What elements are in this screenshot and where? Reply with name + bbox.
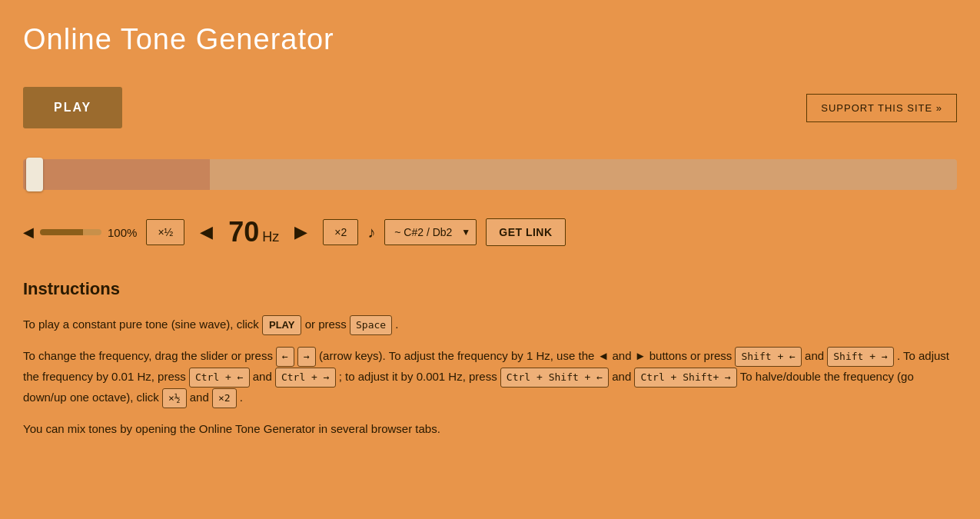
double-frequency-button[interactable]: ×2 bbox=[323, 219, 358, 245]
frequency-unit: Hz bbox=[262, 229, 279, 245]
frequency-slider[interactable] bbox=[23, 159, 957, 190]
instructions-para2: To change the frequency, drag the slider… bbox=[23, 346, 957, 408]
speaker-icon: ◀ bbox=[23, 224, 34, 241]
frequency-display: 70 Hz bbox=[228, 216, 279, 248]
double-inline: ×2 bbox=[212, 388, 237, 408]
volume-percent: 100% bbox=[108, 226, 137, 239]
and4: and bbox=[190, 391, 212, 404]
and3: and bbox=[612, 370, 634, 383]
right-key: → bbox=[297, 347, 316, 367]
note-select-wrapper: ~ C#2 / Db2 ~ D2 ~ D#2 / Eb2 ~ E2 ~ F2 ▼ bbox=[384, 219, 477, 245]
half-frequency-button[interactable]: ×½ bbox=[146, 219, 184, 245]
para2-start: To change the frequency, drag the slider… bbox=[23, 349, 273, 362]
space-key: Space bbox=[350, 315, 392, 335]
para2-mid1: (arrow keys). To adjust the frequency by… bbox=[319, 349, 732, 362]
inline-play-label: PLAY bbox=[262, 315, 301, 335]
page-container: Online Tone Generator PLAY SUPPORT THIS … bbox=[0, 0, 980, 473]
and1: and bbox=[805, 349, 827, 362]
note-select[interactable]: ~ C#2 / Db2 ~ D2 ~ D#2 / Eb2 ~ E2 ~ F2 bbox=[384, 219, 477, 245]
top-controls: PLAY SUPPORT THIS SITE » bbox=[23, 87, 957, 128]
support-link[interactable]: SUPPORT THIS SITE » bbox=[806, 94, 957, 122]
para2-end: . bbox=[240, 391, 243, 404]
para1-end: . bbox=[395, 318, 398, 331]
volume-section: ◀ 100% bbox=[23, 224, 137, 241]
page-title: Online Tone Generator bbox=[23, 23, 957, 56]
controls-row: ◀ 100% ×½ ◀ 70 Hz ▶ ×2 ♪ ~ C#2 / Db2 ~ D… bbox=[23, 216, 957, 248]
para1-rest: or press bbox=[305, 318, 350, 331]
shift-right-key: Shift + → bbox=[827, 347, 893, 367]
decrease-frequency-button[interactable]: ◀ bbox=[194, 219, 219, 245]
and2: and bbox=[253, 370, 275, 383]
para2-mid3: ; to adjust it by 0.001 Hz, press bbox=[339, 370, 497, 383]
ctrl-left-key: Ctrl + ← bbox=[189, 368, 250, 388]
play-button[interactable]: PLAY bbox=[23, 87, 122, 128]
shift-left-key: Shift + ← bbox=[735, 347, 801, 367]
get-link-button[interactable]: GET LINK bbox=[486, 218, 565, 246]
note-icon: ♪ bbox=[367, 224, 375, 241]
increase-frequency-button[interactable]: ▶ bbox=[288, 219, 314, 245]
instructions-section: Instructions To play a constant pure ton… bbox=[23, 279, 957, 439]
instructions-para3: You can mix tones by opening the Online … bbox=[23, 419, 957, 439]
ctrl-right-key: Ctrl + → bbox=[275, 368, 336, 388]
slider-container bbox=[23, 159, 957, 193]
instructions-heading: Instructions bbox=[23, 279, 957, 299]
ctrl-shift-right-key: Ctrl + Shift+ → bbox=[634, 368, 736, 388]
frequency-value: 70 bbox=[228, 216, 259, 248]
ctrl-shift-left-key: Ctrl + Shift + ← bbox=[500, 368, 609, 388]
half-inline: ×½ bbox=[162, 388, 187, 408]
instructions-para1: To play a constant pure tone (sine wave)… bbox=[23, 314, 957, 335]
left-key: ← bbox=[276, 347, 294, 367]
volume-slider[interactable] bbox=[40, 229, 101, 235]
para1-text: To play a constant pure tone (sine wave)… bbox=[23, 318, 259, 331]
